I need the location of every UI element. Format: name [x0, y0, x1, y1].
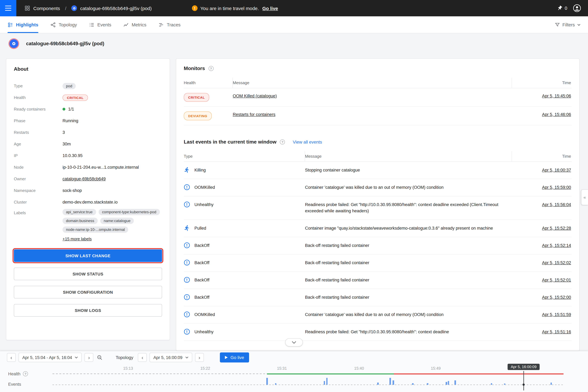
tab-metrics[interactable]: Metrics — [123, 16, 146, 33]
tab-topology[interactable]: Topology — [50, 16, 77, 33]
alert-circle-icon — [184, 184, 190, 190]
more-labels-link[interactable]: +15 more labels — [62, 236, 162, 241]
collapse-events-button[interactable] — [285, 338, 303, 346]
monitor-health-badge: DEVIATING — [184, 112, 212, 120]
range-prev-button[interactable]: ‹ — [7, 353, 16, 362]
warning-icon: ! — [192, 5, 198, 11]
topology-prev-button[interactable]: ‹ — [138, 353, 147, 362]
event-time-link[interactable]: Apr 5, 16:00:37 — [542, 168, 571, 172]
event-time-link[interactable]: Apr 5, 15:52:28 — [542, 226, 571, 230]
main-menu-button[interactable] — [0, 0, 16, 16]
timeline-plot[interactable]: Apr 5, 16:00:09 15:1315:2215:3115:4015:4… — [52, 364, 564, 392]
time-axis-tick: 15:40 — [354, 366, 364, 371]
event-row: BackOffBack-off restarting failed contai… — [184, 237, 572, 254]
monitors-help-icon[interactable]: ? — [208, 66, 214, 71]
alert-circle-icon — [184, 277, 190, 283]
show-logs-button[interactable]: SHOW LOGS — [14, 304, 162, 316]
monitor-row: CRITICALOOM Killed (catalogue)Apr 5, 15:… — [184, 88, 572, 107]
time-travel-banner: ! You are in time travel mode. Go live — [192, 5, 278, 11]
field-label: Type — [14, 84, 62, 88]
runner-icon — [184, 225, 190, 231]
time-axis-tick: 15:13 — [123, 366, 133, 371]
event-message: Container 'catalogue' was killed due to … — [305, 306, 512, 323]
field-value: catalogue-69b58cb649 — [62, 176, 106, 181]
event-type: BackOff — [194, 294, 210, 300]
current-time-marker-line[interactable] — [524, 371, 524, 390]
event-row: UnhealthyReadiness probe failed: Get "ht… — [184, 324, 572, 341]
chevron-down-icon — [185, 356, 188, 358]
timeline-panel: ‹ Apr 5, 15:04 - Apr 5, 16:04 › Topology… — [0, 351, 588, 392]
event-histogram-bar — [324, 381, 325, 385]
event-message: Back-off restarting failed container — [305, 254, 512, 272]
field-label: Age — [14, 142, 62, 146]
field-label: Namespace — [14, 188, 62, 193]
events-table-header: Type Message Time — [184, 151, 572, 162]
breadcrumb-components[interactable]: Components — [33, 6, 60, 11]
show-status-button[interactable]: SHOW STATUS — [14, 268, 162, 280]
field-value: 10.0.30.95 — [62, 153, 82, 158]
event-time-link[interactable]: Apr 5, 15:52:00 — [542, 295, 571, 300]
about-field-row: Namespacesock-shop — [14, 185, 162, 196]
app-window: Components / catalogue-69b58cb649-gjl5v … — [0, 0, 588, 392]
chevron-left-icon: ‹ — [142, 355, 143, 360]
event-type: Killing — [194, 167, 206, 174]
field-label: Owner — [14, 176, 62, 181]
event-time-link[interactable]: Apr 5, 15:56:04 — [542, 202, 571, 207]
pod-health-icon — [8, 38, 19, 49]
tab-highlights[interactable]: Highlights — [8, 16, 38, 33]
event-time-link[interactable]: Apr 5, 15:52:14 — [542, 243, 571, 248]
go-live-link[interactable]: Go live — [262, 6, 278, 11]
event-time-link[interactable]: Apr 5, 15:59:00 — [542, 185, 571, 190]
breadcrumb: Components / catalogue-69b58cb649-gjl5v … — [24, 5, 152, 11]
about-field-row: Nodeip-10-0-21-204.eu-w...1.compute.inte… — [14, 162, 162, 173]
zoom-out-button[interactable] — [96, 354, 104, 360]
expand-side-panel-handle[interactable]: « — [581, 190, 588, 205]
monitor-row: DEVIATINGRestarts for containersApr 5, 1… — [184, 107, 572, 125]
pod-icon — [71, 5, 77, 11]
tab-events[interactable]: Events — [89, 16, 111, 33]
about-field-row: Clusterdemo-dev.demo.stackstate.io — [14, 196, 162, 208]
time-range-dropdown[interactable]: Apr 5, 15:04 - Apr 5, 16:04 — [18, 353, 82, 362]
timeline-chart[interactable]: Health ? Events Apr 5, 16:00:09 15:1315:… — [0, 364, 588, 392]
tab-traces[interactable]: Traces — [158, 16, 180, 33]
user-avatar[interactable] — [573, 4, 581, 12]
event-time-link[interactable]: Apr 5, 15:52:02 — [542, 260, 571, 265]
monitors-table-body: CRITICALOOM Killed (catalogue)Apr 5, 15:… — [184, 88, 572, 125]
range-next-button[interactable]: › — [85, 353, 94, 362]
event-message: Back-off restarting failed container — [305, 237, 512, 254]
topology-time-dropdown[interactable]: Apr 5, 16:00:09 — [150, 353, 192, 362]
zoom-out-icon — [97, 354, 103, 360]
topology-next-button[interactable]: › — [195, 353, 204, 362]
events-help-icon[interactable]: ? — [280, 140, 285, 144]
monitor-message-link[interactable]: Restarts for containers — [233, 112, 276, 117]
breadcrumb-separator: / — [65, 6, 66, 11]
monitor-time-link[interactable]: Apr 5, 15:45:06 — [542, 94, 571, 98]
label-chip: component-type:kubernetes-pod — [98, 209, 160, 215]
field-label: Phase — [14, 118, 62, 123]
alert-circle-icon — [184, 328, 190, 335]
monitors-table-header: Health Message Time — [184, 78, 572, 88]
chevron-right-icon: › — [88, 355, 90, 360]
event-row: KillingStopping container catalogueApr 5… — [184, 162, 572, 179]
show-last-change-button[interactable]: SHOW LAST CHANGE — [14, 250, 162, 262]
view-all-events-link[interactable]: View all events — [293, 140, 322, 144]
about-field-row: PhaseRunning — [14, 115, 162, 126]
show-configuration-button[interactable]: SHOW CONFIGURATION — [14, 286, 162, 298]
events-baseline — [52, 384, 564, 385]
owner-link[interactable]: catalogue-69b58cb649 — [62, 176, 106, 181]
event-time-link[interactable]: Apr 5, 15:51:16 — [542, 330, 571, 334]
monitor-message-link[interactable]: OOM Killed (catalogue) — [233, 94, 277, 98]
main-content: catalogue-69b58cb649-gjl5v (pod) About T… — [0, 33, 588, 351]
label-chip: api_service:true — [62, 209, 96, 215]
filters-button[interactable]: Filters — [554, 22, 580, 27]
pin-button[interactable]: 0 — [557, 5, 567, 11]
event-histogram-bar — [427, 383, 428, 385]
monitor-time-link[interactable]: Apr 5, 15:46:06 — [542, 112, 571, 117]
event-time-link[interactable]: Apr 5, 15:51:59 — [542, 312, 571, 317]
health-help-icon[interactable]: ? — [23, 371, 28, 376]
go-live-button[interactable]: Go live — [220, 352, 249, 362]
about-field-row: IP10.0.30.95 — [14, 150, 162, 162]
event-time-link[interactable]: Apr 5, 15:52:01 — [542, 278, 571, 282]
timeline-marker-tooltip: Apr 5, 16:00:09 — [508, 364, 540, 370]
label-chip: node-name:ip-10-...ompute.internal — [62, 226, 128, 233]
